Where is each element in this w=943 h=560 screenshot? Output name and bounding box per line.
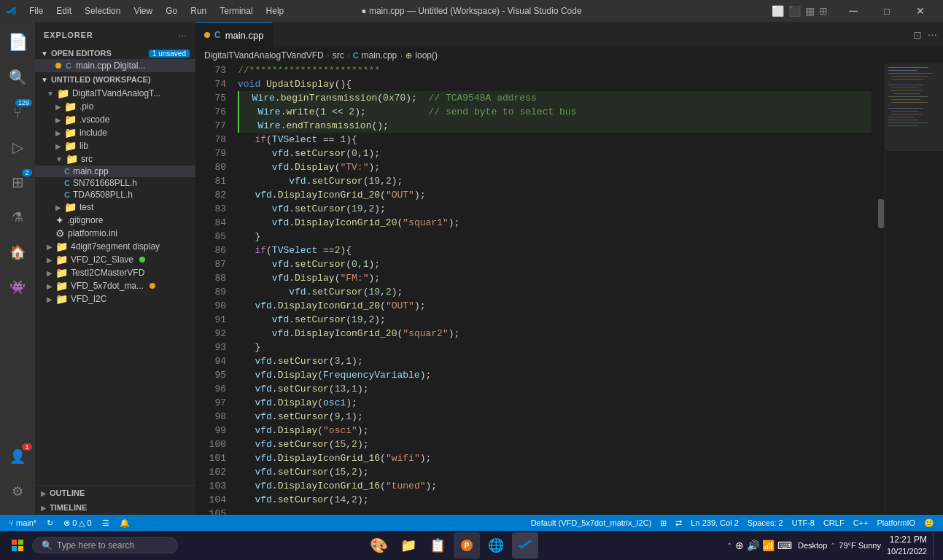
line-numbers: 7374757677 7879808182 8384858687 8889909… — [195, 63, 232, 515]
minimize-button[interactable]: ─ — [837, 0, 870, 22]
activity-explorer[interactable]: 📄 — [0, 25, 35, 60]
code-content[interactable]: //*********************** void UpdatDisp… — [232, 63, 877, 515]
statusbar-left: ⑂ main* ↻ ⊗ 0 △ 0 ☰ 🔔 — [6, 515, 133, 531]
workspace-header[interactable]: ▼ UNTITLED (WORKSPACE) — [35, 72, 195, 87]
activity-search[interactable]: 🔍 — [0, 60, 35, 95]
tree-item-test[interactable]: ▶ 📁 test — [35, 201, 195, 214]
tree-item-tda[interactable]: C TDA6508PLL.h — [35, 189, 195, 201]
taskbar-clock[interactable]: 12:21 PM 10/21/2022 — [887, 534, 927, 556]
more-actions-icon[interactable]: ··· — [928, 28, 937, 42]
activity-source-control[interactable]: ⑂ 129 — [0, 95, 35, 130]
statusbar-errors[interactable]: ⊗ 0 △ 0 — [61, 515, 94, 531]
breadcrumb-file[interactable]: main.cpp — [362, 50, 397, 61]
scrollbar-track[interactable] — [877, 63, 885, 515]
menu-file[interactable]: File — [23, 4, 49, 18]
statusbar-format-icon[interactable]: ⊞ — [657, 515, 670, 531]
taskbar-desktop-label: Desktop — [798, 541, 827, 550]
tree-label-vfd-slave: VFD_I2C_Slave — [71, 254, 133, 265]
taskbar-app-mascot[interactable]: 🎨 — [366, 532, 392, 559]
statusbar-bell[interactable]: 🔔 — [117, 515, 133, 531]
editor-filename: main.cpp Digital... — [76, 61, 145, 71]
breadcrumb-folder[interactable]: DigitalTVandAnalogTVandVFD — [204, 50, 324, 61]
tree-item-vfd-5x7[interactable]: ▶ 📁 VFD_5x7dot_ma... — [35, 279, 195, 292]
breadcrumb-symbol[interactable]: loop() — [415, 50, 438, 61]
search-icon: 🔍 — [9, 69, 27, 86]
taskbar-left: 🔍 Type here to search — [6, 537, 178, 554]
menu-run[interactable]: Run — [185, 4, 212, 18]
taskbar-systray[interactable]: ⌃ ⊕ 🔊 📶 ⌨ — [726, 540, 792, 551]
split-editor-icon[interactable]: ⊡ — [913, 29, 922, 41]
activity-account[interactable]: 👤 1 — [0, 439, 35, 474]
taskbar-app-vscode[interactable] — [512, 532, 538, 559]
editor-item-main[interactable]: C main.cpp Digital... — [35, 59, 195, 72]
menu-edit[interactable]: Edit — [50, 4, 77, 18]
start-button[interactable] — [6, 537, 29, 554]
sidebar-more-button[interactable]: ··· — [178, 29, 187, 41]
tree-item-platformio[interactable]: ⚙ platformio.ini — [35, 227, 195, 240]
tree-label-test: test — [79, 202, 93, 212]
statusbar-profile[interactable]: ☰ — [99, 515, 112, 531]
tree-item-vscode[interactable]: ▶ 📁 .vscode — [35, 113, 195, 126]
account-icon: 👤 — [9, 448, 26, 464]
tree-item-vfd-i2c[interactable]: ▶ 📁 VFD_I2C — [35, 292, 195, 306]
statusbar-remote-icon[interactable]: ⇄ — [672, 515, 685, 531]
show-desktop-button[interactable] — [933, 532, 937, 559]
tree-item-lib[interactable]: ▶ 📁 lib — [35, 139, 195, 152]
menu-help[interactable]: Help — [260, 4, 290, 18]
account-badge: 1 — [22, 443, 32, 451]
activity-run[interactable]: ▷ — [0, 130, 35, 165]
sidebar: EXPLORER ··· ▼ OPEN EDITORS 1 unsaved C … — [35, 22, 195, 515]
taskbar: 🔍 Type here to search 🎨 📁 📋 P 🌐 ⌃ ⊕ 🔊 📶 … — [0, 531, 943, 560]
outline-section[interactable]: ▶ OUTLINE — [35, 485, 195, 500]
statusbar-encoding2[interactable]: UTF-8 — [789, 515, 818, 531]
activity-extensions[interactable]: ⊞ 2 — [0, 165, 35, 200]
statusbar-spaces[interactable]: Spaces: 2 — [745, 515, 786, 531]
statusbar-platformio[interactable]: PlatformIO — [874, 515, 918, 531]
statusbar-encoding[interactable]: Default (VFD_5x7dot_matrix_I2C) — [528, 515, 655, 531]
menu-selection[interactable]: Selection — [79, 4, 126, 18]
statusbar-language[interactable]: C++ — [850, 515, 872, 531]
timeline-section[interactable]: ▶ TIMELINE — [35, 500, 195, 515]
activity-alien[interactable]: 👾 — [0, 270, 35, 305]
activity-settings[interactable]: ⚙ — [0, 474, 35, 509]
tree-item-include[interactable]: ▶ 📁 include — [35, 126, 195, 139]
statusbar-branch[interactable]: ⑂ main* — [6, 515, 39, 531]
tree-item-pio[interactable]: ▶ 📁 .pio — [35, 100, 195, 113]
scrollbar-thumb[interactable] — [878, 199, 884, 228]
menu-terminal[interactable]: Terminal — [214, 4, 258, 18]
taskbar-search-box[interactable]: 🔍 Type here to search — [32, 537, 178, 553]
maximize-button[interactable]: □ — [870, 0, 904, 22]
taskbar-app-platformio[interactable]: P — [454, 532, 480, 559]
tree-item-sn[interactable]: C SN761668PLL.h — [35, 177, 195, 189]
statusbar-sync[interactable]: ↻ — [44, 515, 56, 531]
statusbar-feedback[interactable]: 🙂 — [921, 515, 937, 531]
activity-platformio[interactable]: 🏠 — [0, 235, 35, 270]
tree-item-vfd-slave[interactable]: ▶ 📁 VFD_I2C_Slave — [35, 253, 195, 266]
systray-icon-3: 📶 — [762, 540, 775, 551]
close-button[interactable]: ✕ — [904, 0, 937, 22]
taskbar-weather[interactable]: Desktop ⌃ 79°F Sunny — [798, 541, 881, 550]
menu-go[interactable]: Go — [160, 4, 183, 18]
tab-bar: C main.cpp ⊡ ··· — [195, 22, 943, 47]
statusbar-line-ending[interactable]: CRLF — [820, 515, 847, 531]
statusbar-ln-col[interactable]: Ln 239, Col 2 — [688, 515, 741, 531]
open-editors-toggle[interactable]: ▼ OPEN EDITORS 1 unsaved — [35, 47, 195, 59]
tree-label-test-i2c: TestI2CMasterVFD — [71, 268, 144, 278]
taskbar-app-chrome[interactable]: 🌐 — [483, 532, 509, 559]
tree-label-vscode: .vscode — [79, 114, 109, 125]
tree-item-src[interactable]: ▼ 📁 src — [35, 152, 195, 166]
svg-rect-22 — [885, 63, 943, 151]
tab-main-cpp[interactable]: C main.cpp — [195, 22, 273, 47]
tree-item-4digit[interactable]: ▶ 📁 4digit7segment display — [35, 240, 195, 253]
tree-item-test-i2c[interactable]: ▶ 📁 TestI2CMasterVFD — [35, 266, 195, 279]
taskbar-app-explorer[interactable]: 📁 — [395, 532, 422, 559]
tree-label-vfd-i2c: VFD_I2C — [71, 294, 106, 304]
tree-item-main[interactable]: C main.cpp — [35, 166, 195, 177]
breadcrumb-src[interactable]: src — [333, 50, 344, 61]
tree-item-digital[interactable]: ▼ 📁 DigitalTVandAnalogT... — [35, 87, 195, 100]
taskbar-app-task[interactable]: 📋 — [424, 532, 451, 559]
code-editor[interactable]: 7374757677 7879808182 8384858687 8889909… — [195, 63, 943, 515]
tree-item-gitignore[interactable]: ✦ .gitignore — [35, 214, 195, 227]
activity-testing[interactable]: ⚗ — [0, 200, 35, 235]
menu-view[interactable]: View — [128, 4, 158, 18]
